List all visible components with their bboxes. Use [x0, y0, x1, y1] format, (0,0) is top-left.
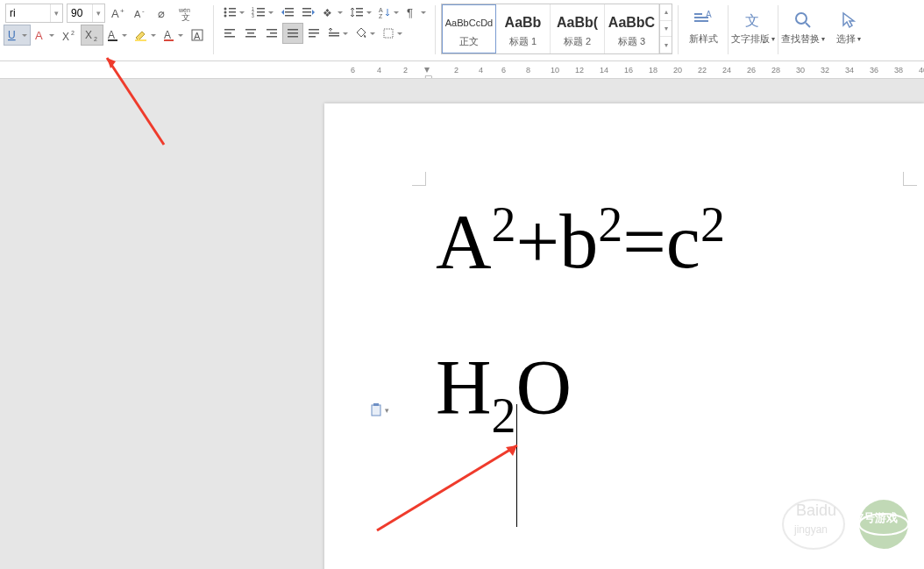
gallery-more-icon[interactable]: ▾ [660, 37, 672, 53]
svg-point-79 [859, 500, 908, 549]
sort-button[interactable]: AZ [375, 2, 402, 23]
svg-rect-61 [329, 35, 339, 37]
indent-handle-icon[interactable]: ▾▭ [424, 63, 432, 79]
shrink-font-button[interactable]: A- [130, 3, 153, 24]
ruler-tick: 18 [649, 66, 657, 75]
ruler-tick: 30 [796, 66, 805, 75]
svg-rect-51 [267, 29, 277, 31]
chevron-down-icon: ▾ [385, 406, 389, 415]
font-size-combo[interactable]: ▾ [67, 4, 105, 23]
borders-button[interactable] [379, 23, 406, 44]
ruler-tick: 4 [479, 66, 483, 75]
ruler-tick: 24 [722, 66, 731, 75]
svg-point-24 [224, 15, 227, 18]
style-label: 标题 1 [509, 35, 537, 48]
align-center-button[interactable] [240, 23, 261, 44]
shading-button[interactable] [352, 23, 379, 44]
align-justify-button[interactable] [282, 23, 303, 44]
ribbon: ▾ ▾ A+ A- ⌀ wén文 U A [0, 0, 924, 61]
new-style-button[interactable]: A 新样式 [680, 2, 726, 53]
svg-rect-48 [245, 29, 256, 31]
style-label: 标题 2 [564, 35, 591, 48]
font-size-input[interactable] [68, 7, 92, 19]
align-left-button[interactable] [219, 23, 240, 44]
svg-rect-27 [257, 8, 265, 10]
phonetic-guide-button[interactable]: wén文 [175, 3, 200, 24]
svg-rect-14 [108, 39, 117, 41]
svg-point-68 [796, 13, 807, 24]
decrease-indent-button[interactable] [277, 2, 298, 23]
svg-text:¶: ¶ [407, 6, 413, 18]
equation-line-2[interactable]: H 2 O [436, 341, 871, 434]
highlight-button[interactable] [131, 25, 160, 46]
show-marks-button[interactable]: ¶ [402, 2, 430, 23]
new-style-label: 新样式 [689, 32, 718, 46]
typeset-button[interactable]: 文 文字排版▾ [730, 2, 776, 53]
svg-text:A: A [35, 29, 43, 42]
select-button[interactable]: 选择▾ [826, 2, 871, 53]
style-item[interactable]: AaBbC标题 3 [605, 4, 659, 53]
ruler-tick: 40 [919, 66, 924, 75]
ruler[interactable]: ▾▭ 6422468101214161820222426283032343638… [0, 61, 924, 79]
svg-rect-71 [373, 403, 379, 406]
find-replace-button[interactable]: 查找替换▾ [780, 2, 826, 53]
style-item[interactable]: AaBb标题 1 [496, 4, 551, 53]
svg-rect-32 [285, 8, 294, 10]
gallery-scroll[interactable]: ▴ ▾ ▾ [659, 4, 672, 53]
align-right-button[interactable] [261, 23, 282, 44]
ruler-tick: 34 [845, 66, 854, 75]
style-gallery: AaBbCcDd正文AaBb标题 1AaBb(标题 2AaBbC标题 3 ▴ ▾… [441, 4, 672, 54]
paste-options-button[interactable]: ▾ [370, 403, 389, 417]
bullets-button[interactable] [219, 2, 248, 23]
gallery-up-icon[interactable]: ▴ [660, 4, 672, 21]
subscript-text: 2 [492, 387, 516, 445]
find-replace-label: 查找替换 [781, 32, 820, 46]
margin-corner [412, 172, 426, 186]
chevron-down-icon[interactable]: ▾ [50, 4, 62, 22]
text-fill-button[interactable]: A [103, 25, 131, 46]
style-item[interactable]: AaBbCcDd正文 [442, 4, 496, 53]
numbering-button[interactable]: 123 [248, 2, 277, 23]
character-border-button[interactable]: A [187, 25, 208, 46]
underline-button[interactable]: U [4, 25, 31, 46]
superscript-button[interactable]: X2 [58, 25, 81, 46]
font-name-combo[interactable]: ▾ [5, 4, 63, 23]
align-distribute-button[interactable] [303, 23, 324, 44]
svg-rect-39 [356, 8, 363, 10]
svg-rect-34 [285, 15, 294, 17]
ruler-tick: 10 [551, 66, 559, 75]
svg-rect-41 [356, 15, 363, 17]
equation-line-1[interactable]: A 2 +b 2 =c 2 [436, 196, 871, 288]
text: H [436, 341, 492, 434]
chevron-down-icon[interactable]: ▾ [92, 4, 104, 22]
svg-text:Baidu: Baidu [796, 501, 836, 519]
line-spacing-button[interactable] [346, 2, 375, 23]
font-effects-button[interactable]: A [31, 25, 58, 46]
grow-font-button[interactable]: A+ [107, 3, 130, 24]
svg-rect-53 [267, 36, 277, 38]
clear-format-button[interactable]: ⌀ [153, 3, 175, 24]
document-body[interactable]: A 2 +b 2 =c 2 H 2 O [436, 196, 871, 433]
svg-text:2: 2 [71, 30, 75, 36]
style-item[interactable]: AaBb(标题 2 [551, 4, 605, 53]
ruler-tick: 12 [575, 66, 584, 75]
svg-rect-21 [229, 8, 236, 10]
select-icon [838, 10, 859, 31]
ruler-tick: 14 [600, 66, 608, 75]
style-preview: AaBbC [608, 11, 655, 35]
svg-text:A: A [164, 29, 171, 41]
svg-rect-45 [224, 29, 235, 31]
gallery-down-icon[interactable]: ▾ [660, 21, 672, 38]
increase-indent-button[interactable] [298, 2, 319, 23]
svg-rect-15 [135, 39, 146, 41]
ruler-tick: 4 [377, 66, 381, 75]
ruler-tick: 16 [624, 66, 633, 75]
font-name-input[interactable] [6, 7, 50, 19]
svg-text:X: X [85, 29, 92, 41]
text-direction-button[interactable]: ❖ [319, 2, 346, 23]
subscript-button[interactable]: X2 [81, 25, 103, 46]
chevron-down-icon: ▾ [821, 35, 825, 43]
svg-rect-60 [329, 32, 339, 34]
font-color-button[interactable]: A [160, 25, 187, 46]
paragraph-spacing-button[interactable] [324, 23, 352, 44]
